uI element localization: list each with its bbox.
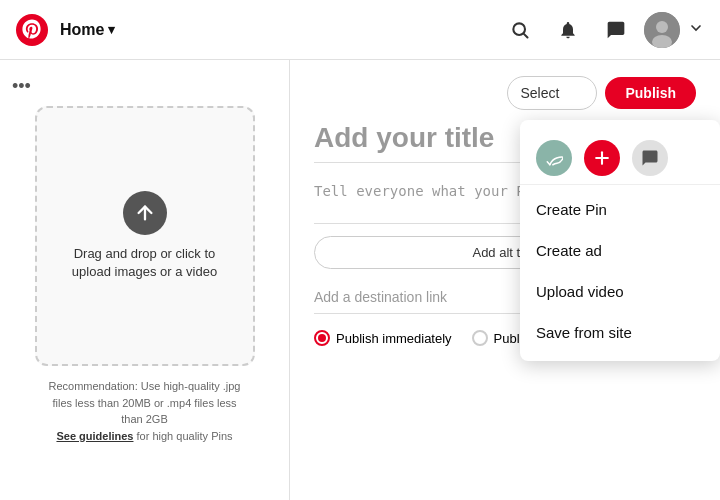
publish-button[interactable]: Publish [605, 77, 696, 109]
main-area: ••• Drag and drop or click toupload imag… [0, 60, 720, 500]
dots-label: ••• [12, 76, 31, 96]
home-chevron: ▾ [108, 22, 115, 37]
create-dropdown: Create Pin Create ad Upload video Save f… [520, 120, 720, 361]
publish-later-radio[interactable] [472, 330, 488, 346]
dots-menu-button[interactable]: ••• [12, 76, 31, 97]
plus-icon-button[interactable] [584, 140, 620, 176]
app-header: Home ▾ [0, 0, 720, 60]
chat-bubble-icon [641, 149, 659, 167]
upload-icon [123, 191, 167, 235]
pinterest-logo [16, 14, 48, 46]
toolbar-row: Select Save Draft Publish [314, 76, 696, 110]
svg-line-2 [524, 33, 528, 37]
leaf-icon-button[interactable] [536, 140, 572, 176]
save-from-site-item[interactable]: Save from site [520, 312, 720, 353]
upload-main-text: Drag and drop or click toupload images o… [72, 245, 217, 281]
create-pin-item[interactable]: Create Pin [520, 189, 720, 230]
chat-icon [606, 20, 626, 40]
more-chevron-button[interactable] [688, 20, 704, 40]
select-dropdown[interactable]: Select Save Draft [507, 76, 597, 110]
upload-area[interactable]: Drag and drop or click toupload images o… [35, 106, 255, 366]
home-button[interactable]: Home ▾ [60, 21, 115, 39]
guidelines-suffix: for high quality Pins [133, 430, 232, 442]
avatar[interactable] [644, 12, 680, 48]
chat-bubble-icon-button[interactable] [632, 140, 668, 176]
dropdown-header [520, 128, 720, 185]
upload-recommendation: Recommendation: Use high-quality .jpg fi… [45, 378, 245, 444]
upload-video-item[interactable]: Upload video [520, 271, 720, 312]
chevron-down-icon [688, 20, 704, 36]
publish-immediately-option[interactable]: Publish immediately [314, 330, 452, 346]
notifications-button[interactable] [548, 10, 588, 50]
leaf-icon [545, 149, 563, 167]
search-button[interactable] [500, 10, 540, 50]
left-panel: ••• Drag and drop or click toupload imag… [0, 60, 290, 500]
publish-immediately-radio[interactable] [314, 330, 330, 346]
svg-point-4 [656, 21, 668, 33]
guidelines-link[interactable]: See guidelines [56, 430, 133, 442]
home-label: Home [60, 21, 104, 39]
messages-button[interactable] [596, 10, 636, 50]
publish-immediately-label: Publish immediately [336, 331, 452, 346]
create-ad-item[interactable]: Create ad [520, 230, 720, 271]
bell-icon [558, 20, 578, 40]
recommendation-text: Recommendation: Use high-quality .jpg fi… [49, 380, 241, 425]
arrow-up-icon [134, 202, 156, 224]
search-icon [510, 20, 530, 40]
avatar-image [644, 12, 680, 48]
plus-icon [592, 148, 612, 168]
header-icons [500, 10, 704, 50]
